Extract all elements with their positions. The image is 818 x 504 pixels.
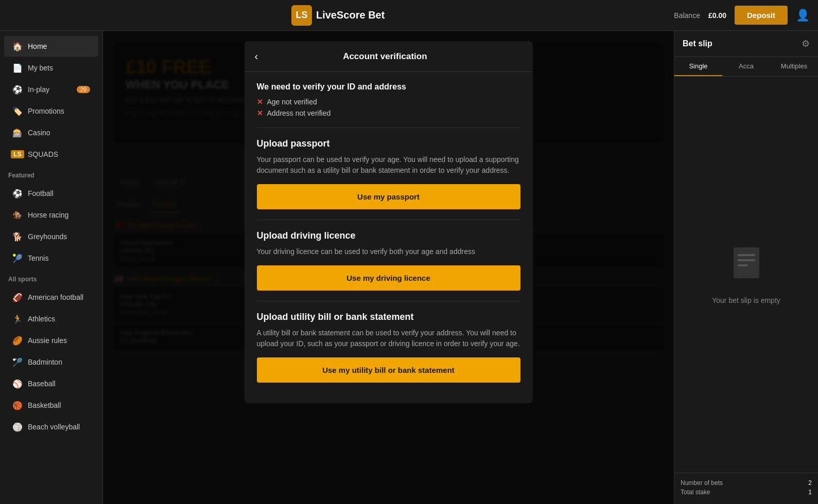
sidebar-item-greyhounds[interactable]: 🐕 Greyhounds (4, 226, 98, 247)
football-icon: ⚽ (12, 188, 23, 199)
sidebar-item-casino[interactable]: 🎰 Casino (4, 122, 98, 143)
promotions-icon: 🏷️ (12, 106, 23, 116)
passport-section-desc: Your passport can be used to verify your… (257, 154, 520, 176)
bet-slip-empty: Your bet slip is empty (674, 77, 818, 473)
user-icon[interactable]: 👤 (796, 9, 810, 22)
sidebar-item-promotions[interactable]: 🏷️ Promotions (4, 101, 98, 121)
casino-icon: 🎰 (12, 128, 23, 138)
balance-value: £0.00 (708, 11, 726, 20)
balance-label: Balance (674, 11, 700, 20)
sidebar-item-badminton-label: Badminton (28, 358, 62, 366)
verification-item-age: ✕ Age not verified (257, 98, 520, 106)
featured-section-label: Featured (0, 166, 102, 182)
modal-title: Account verification (264, 51, 506, 62)
sidebar-item-badminton[interactable]: 🏸 Badminton (4, 352, 98, 372)
section-divider-1 (257, 128, 520, 128)
sidebar-item-promotions-label: Promotions (28, 107, 64, 115)
sidebar-item-basketball-label: Basketball (28, 401, 61, 409)
empty-bet-slip-icon (728, 245, 764, 288)
driving-licence-section-title: Upload driving licence (257, 230, 520, 241)
sidebar-item-my-bets-label: My bets (28, 64, 53, 72)
sidebar-item-aussie-rules[interactable]: 🏉 Aussie rules (4, 330, 98, 351)
age-not-verified-label: Age not verified (267, 98, 317, 106)
sidebar-item-american-football-label: American football (28, 293, 83, 301)
svg-rect-1 (738, 254, 755, 256)
sidebar-item-in-play[interactable]: ⚽ In-play 29 (4, 79, 98, 100)
home-icon: 🏠 (12, 41, 23, 51)
account-verification-modal: ‹ Account verification We need to verify… (245, 41, 533, 403)
logo-icon: LS (291, 5, 312, 26)
utility-bill-section-desc: A utility bill or bank statement can be … (257, 328, 520, 349)
badminton-icon: 🏸 (12, 357, 23, 367)
use-my-driving-licence-button[interactable]: Use my driving licence (257, 265, 520, 291)
tab-acca[interactable]: Acca (722, 57, 770, 76)
bet-slip-tabs: Single Acca Multiples (674, 57, 818, 77)
sidebar-item-casino-label: Casino (28, 129, 50, 137)
use-my-passport-button[interactable]: Use my passport (257, 184, 520, 209)
greyhounds-icon: 🐕 (12, 231, 23, 242)
basketball-icon: 🏀 (12, 400, 23, 410)
sidebar-item-american-football[interactable]: 🏈 American football (4, 287, 98, 308)
content-area: £10 FREE WHEN YOU PLACE Get a £10 free b… (103, 31, 674, 504)
svg-rect-2 (738, 259, 755, 261)
bet-slip-settings-icon[interactable]: ⚙ (802, 38, 810, 49)
footer-stake-value: 1 (808, 489, 812, 496)
athletics-icon: 🏃 (12, 314, 23, 324)
sidebar-item-horse-racing[interactable]: 🏇 Horse racing (4, 205, 98, 225)
sidebar-item-baseball-label: Baseball (28, 380, 56, 388)
use-my-utility-bill-button[interactable]: Use my utility bill or bank statement (257, 357, 520, 383)
sidebar-item-beach-volleyball[interactable]: 🏐 Beach volleyball (4, 417, 98, 437)
age-not-verified-icon: ✕ (257, 98, 263, 106)
tennis-icon: 🎾 (12, 253, 23, 263)
tab-single[interactable]: Single (674, 57, 722, 76)
bet-slip-title: Bet slip (683, 39, 712, 48)
american-football-icon: 🏈 (12, 292, 23, 302)
tab-multiples[interactable]: Multiples (770, 57, 818, 76)
all-sports-section-label: All sports (0, 269, 102, 286)
address-not-verified-label: Address not verified (267, 109, 331, 117)
modal-body: We need to verify your ID and address ✕ … (245, 72, 533, 403)
baseball-icon: ⚾ (12, 379, 23, 389)
section-divider-2 (257, 220, 520, 220)
bet-slip-footer: Number of bets 2 Total stake 1 (674, 473, 818, 504)
sidebar: 🏠 Home 📄 My bets ⚽ In-play 29 🏷️ Promoti… (0, 31, 103, 504)
verification-item-address: ✕ Address not verified (257, 109, 520, 117)
svg-rect-0 (734, 247, 759, 278)
sidebar-item-greyhounds-label: Greyhounds (28, 232, 67, 241)
bets-icon: 📄 (12, 63, 23, 73)
svg-rect-3 (738, 264, 748, 266)
bet-slip-empty-text: Your bet slip is empty (712, 296, 780, 304)
sidebar-item-football[interactable]: ⚽ Football (4, 183, 98, 204)
squads-icon: LS (12, 149, 23, 159)
sidebar-item-squads[interactable]: LS SQUADS (4, 144, 98, 165)
logo-area: LS LiveScore Bet (8, 5, 668, 26)
sidebar-item-baseball[interactable]: ⚾ Baseball (4, 373, 98, 394)
sidebar-item-tennis-label: Tennis (28, 254, 48, 262)
sidebar-item-tennis[interactable]: 🎾 Tennis (4, 248, 98, 268)
bet-slip-header: Bet slip ⚙ (674, 31, 818, 57)
sidebar-item-home-label: Home (28, 42, 47, 50)
utility-bill-section-title: Upload utility bill or bank statement (257, 312, 520, 322)
sidebar-item-home[interactable]: 🏠 Home (4, 36, 98, 57)
modal-header: ‹ Account verification (245, 41, 533, 72)
sidebar-item-my-bets[interactable]: 📄 My bets (4, 58, 98, 78)
address-not-verified-icon: ✕ (257, 109, 263, 117)
sidebar-item-squads-label: SQUADS (28, 150, 58, 158)
footer-bets-label: Number of bets (681, 479, 723, 487)
footer-stake-label: Total stake (681, 489, 710, 496)
footer-bets-value: 2 (808, 479, 812, 487)
sidebar-item-athletics[interactable]: 🏃 Athletics (4, 309, 98, 329)
sidebar-item-athletics-label: Athletics (28, 315, 55, 323)
aussie-rules-icon: 🏉 (12, 335, 23, 346)
main-layout: 🏠 Home 📄 My bets ⚽ In-play 29 🏷️ Promoti… (0, 31, 818, 504)
top-nav: LS LiveScore Bet Balance £0.00 Deposit 👤 (0, 0, 818, 31)
horse-racing-icon: 🏇 (12, 210, 23, 220)
sidebar-item-horse-racing-label: Horse racing (28, 211, 68, 219)
sidebar-item-basketball[interactable]: 🏀 Basketball (4, 395, 98, 416)
sidebar-item-beach-volleyball-label: Beach volleyball (28, 423, 80, 431)
passport-section-title: Upload passport (257, 138, 520, 149)
modal-back-button[interactable]: ‹ (255, 50, 258, 62)
modal-bottom-spacer (257, 383, 520, 393)
deposit-button[interactable]: Deposit (735, 6, 788, 25)
sidebar-item-in-play-label: In-play (28, 85, 49, 94)
